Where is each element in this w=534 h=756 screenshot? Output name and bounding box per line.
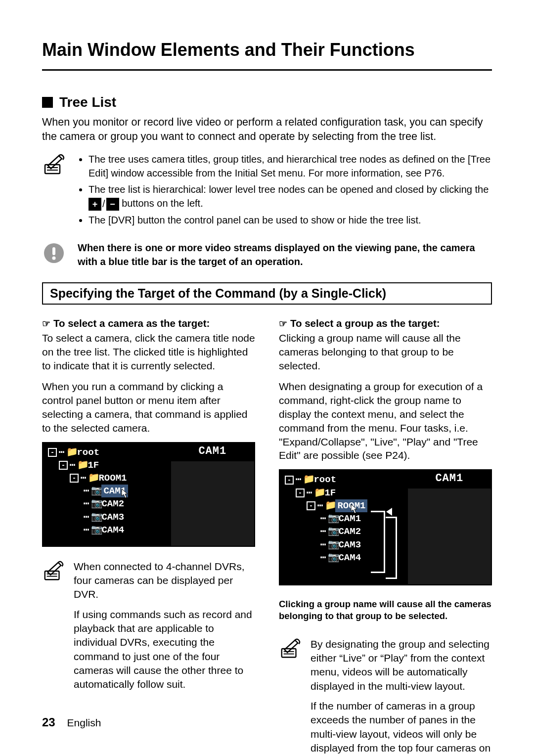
minus-node-icon: -	[285, 476, 294, 485]
tree-cam3-label-r: CAM3	[338, 538, 361, 551]
svg-point-5	[52, 256, 56, 260]
right-column: ☞ To select a group as the target: Click…	[279, 317, 492, 756]
svg-rect-4	[52, 247, 55, 255]
right-lead-text: To select a group as the target:	[290, 317, 440, 329]
camera-icon: 📷	[91, 485, 99, 497]
note-list: The tree uses camera titles, group title…	[78, 153, 492, 230]
right-p1: Clicking a group name will cause all the…	[279, 331, 492, 373]
folder-icon: 📁	[325, 499, 333, 512]
left-lead: ☞ To select a camera as the target:	[42, 317, 255, 329]
left-note-p2: If using commands such as record and pla…	[74, 608, 255, 692]
minus-node-icon: -	[48, 448, 57, 457]
tree-cam4-label: CAM4	[101, 524, 124, 536]
minus-node-icon: -	[70, 474, 79, 483]
section-header: Tree List	[42, 94, 492, 110]
warning-icon	[42, 241, 66, 265]
left-note-p1: When connected to 4-channel DVRs, four c…	[74, 560, 255, 602]
preview-title-left: CAM1	[170, 442, 255, 460]
camera-icon: 📷	[328, 551, 336, 564]
note-bullet-3: The [DVR] button the control panel can b…	[89, 214, 492, 227]
folder-icon: 📁	[77, 459, 86, 472]
tree-room-label: ROOM1	[98, 472, 127, 485]
camera-icon: 📷	[328, 538, 336, 551]
left-small-note: When connected to 4-channel DVRs, four c…	[42, 560, 255, 698]
minus-node-icon: -	[296, 489, 305, 497]
pencil-note-icon	[42, 153, 66, 230]
camera-icon: 📷	[328, 525, 336, 538]
pencil-note-icon	[42, 560, 65, 698]
tree-figure-group-selected: -⋯📁root -⋯📁1F -⋯📁ROOM1 ⋯📷CAM1 ⋯📷CAM2 ⋯📷C…	[279, 469, 492, 585]
pointer-icon: ☞	[42, 318, 50, 329]
minus-node-icon: -	[307, 501, 315, 510]
right-p2: When designating a group for execution o…	[279, 380, 492, 463]
note-bullet-1: The tree uses camera titles, group title…	[89, 153, 492, 180]
svg-rect-0	[45, 165, 60, 174]
folder-icon: 📁	[66, 446, 75, 459]
tree-cam2-label-r: CAM2	[338, 525, 361, 538]
page-language: English	[67, 717, 101, 728]
preview-pane-left: CAM1	[170, 442, 255, 547]
expand-collapse-icons: + / −	[89, 197, 119, 211]
minus-node-icon: -	[59, 461, 68, 470]
note-bullet-2-post: buttons on the left.	[122, 198, 203, 209]
right-note-p2: If the number of cameras in a group exce…	[311, 699, 492, 756]
subheading: Specifying the Target of the Command (by…	[42, 282, 492, 305]
left-lead-text: To select a camera as the target:	[53, 317, 210, 329]
pencil-note-icon	[279, 637, 302, 756]
section-title: Tree List	[59, 94, 116, 110]
preview-body-left	[171, 461, 254, 546]
page-footer: 23 English	[42, 715, 101, 729]
intro-text: When you monitor or record live video or…	[42, 115, 492, 144]
tree-root-label-r: root	[313, 473, 336, 486]
preview-pane-right: CAM1	[407, 469, 492, 585]
folder-icon: 📁	[303, 473, 312, 486]
group-bracket-icon	[371, 511, 385, 573]
group-arrow-icon	[386, 508, 392, 516]
tree-pane-left: -⋯📁root -⋯📁1F -⋯📁ROOM1 ⋯📷CAM1 ⋯📷CAM2 ⋯📷C…	[42, 442, 170, 547]
camera-icon: 📷	[91, 497, 99, 510]
left-p2: When you run a command by clicking a con…	[42, 380, 255, 435]
tree-figure-camera-selected: -⋯📁root -⋯📁1F -⋯📁ROOM1 ⋯📷CAM1 ⋯📷CAM2 ⋯📷C…	[42, 442, 255, 547]
note-block: The tree uses camera titles, group title…	[42, 153, 492, 230]
tree-1f-label-r: 1F	[324, 487, 336, 499]
tree-cam4-label-r: CAM4	[338, 551, 361, 564]
tree-1f-label: 1F	[88, 459, 99, 472]
svg-rect-6	[45, 571, 59, 579]
right-caption: Clicking a group name will cause all the…	[279, 598, 492, 622]
pointer-icon: ☞	[279, 318, 287, 329]
note-bullet-2: The tree list is hierarchical: lower lev…	[89, 183, 492, 211]
tree-root-label: root	[77, 446, 99, 459]
folder-icon: 📁	[88, 472, 96, 485]
tree-cam1-label-r: CAM1	[338, 512, 361, 525]
svg-rect-9	[282, 649, 296, 657]
page-number: 23	[42, 715, 55, 729]
left-p1: To select a camera, click the camera tit…	[42, 331, 255, 373]
note-bullet-2-pre: The tree list is hierarchical: lower lev…	[89, 184, 489, 195]
right-lead: ☞ To select a group as the target:	[279, 317, 492, 329]
left-column: ☞ To select a camera as the target: To s…	[42, 317, 255, 756]
warning-block: When there is one or more video streams …	[42, 241, 492, 268]
tree-cam2-label: CAM2	[101, 497, 124, 510]
right-note-p1: By designating the group and selecting e…	[311, 637, 492, 693]
folder-icon: 📁	[314, 487, 322, 499]
cursor-icon	[351, 504, 357, 514]
preview-title-right: CAM1	[407, 469, 492, 488]
group-bracket2-icon	[386, 517, 397, 579]
page-title: Main Window Elements and Their Functions	[42, 40, 492, 71]
minus-icon: −	[106, 198, 119, 211]
camera-icon: 📷	[91, 511, 99, 524]
tree-pane-right: -⋯📁root -⋯📁1F -⋯📁ROOM1 ⋯📷CAM1 ⋯📷CAM2 ⋯📷C…	[279, 469, 407, 585]
warning-text: When there is one or more video streams …	[78, 241, 492, 268]
plus-icon: +	[89, 198, 101, 211]
tree-cam3-label: CAM3	[101, 511, 124, 524]
right-small-note: By designating the group and selecting e…	[279, 637, 492, 756]
section-bullet-icon	[42, 97, 53, 108]
camera-icon: 📷	[91, 524, 99, 536]
preview-body-right	[408, 489, 491, 584]
camera-icon: 📷	[328, 512, 336, 525]
cursor-icon	[121, 489, 128, 498]
